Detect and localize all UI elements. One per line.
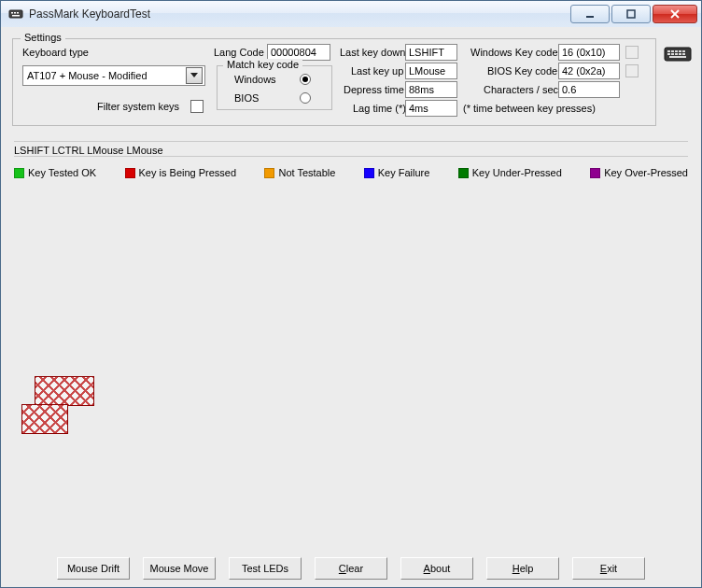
svg-rect-0 bbox=[9, 10, 22, 18]
titlebar: PassMark KeyboardTest bbox=[1, 1, 701, 28]
win-keycode-indicator bbox=[625, 46, 639, 59]
lag-time-label: Lag time (*) bbox=[353, 103, 406, 114]
last-key-up-label: Last key up bbox=[351, 65, 403, 77]
last-key-up-field: LMouse bbox=[405, 63, 457, 79]
match-bios-radio[interactable] bbox=[300, 92, 311, 104]
match-key-code-legend: Match key code bbox=[223, 59, 302, 70]
maximize-button[interactable] bbox=[611, 5, 651, 23]
divider bbox=[14, 141, 688, 142]
cps-label: Characters / sec bbox=[484, 84, 558, 95]
legend-being-pressed: Key is Being Pressed bbox=[125, 167, 237, 178]
clear-button[interactable]: Clear bbox=[315, 557, 387, 580]
swatch bbox=[264, 168, 274, 178]
chevron-down-icon bbox=[186, 67, 203, 84]
svg-rect-1 bbox=[11, 12, 13, 14]
pressed-key-lshift bbox=[35, 376, 94, 406]
client-area: Settings Keyboard type AT107 + Mouse - M… bbox=[1, 27, 701, 587]
filter-system-keys-checkbox[interactable] bbox=[190, 100, 204, 113]
match-key-code-group: Match key code Windows BIOS bbox=[217, 65, 332, 110]
win-keycode-label: Windows Key code bbox=[470, 47, 558, 58]
key-history: LSHIFT LCTRL LMouse LMouse bbox=[14, 145, 163, 156]
keyboard-type-value: AT107 + Mouse - Modified bbox=[27, 70, 147, 81]
app-window: PassMark KeyboardTest Settings Keyboard … bbox=[0, 0, 702, 588]
window-title: PassMark KeyboardTest bbox=[29, 7, 570, 21]
match-bios-label: BIOS bbox=[234, 92, 259, 104]
last-key-down-label: Last key down bbox=[340, 47, 405, 58]
keyboard-type-label: Keyboard type bbox=[22, 47, 89, 58]
bios-keycode-field: 42 (0x2a) bbox=[558, 63, 620, 79]
mouse-move-button[interactable]: Mouse Move bbox=[143, 557, 216, 580]
win-keycode-field: 16 (0x10) bbox=[558, 44, 620, 61]
test-leds-button[interactable]: Test LEDs bbox=[229, 557, 302, 580]
svg-rect-12 bbox=[671, 50, 674, 52]
svg-rect-11 bbox=[667, 50, 670, 52]
svg-rect-17 bbox=[671, 53, 674, 55]
svg-rect-2 bbox=[14, 12, 16, 14]
legend-failure: Key Failure bbox=[364, 167, 430, 178]
svg-rect-21 bbox=[669, 56, 686, 58]
exit-button[interactable]: Exit bbox=[572, 557, 645, 580]
svg-marker-9 bbox=[190, 73, 198, 77]
svg-rect-14 bbox=[679, 50, 681, 52]
filter-system-keys-label: Filter system keys bbox=[97, 101, 179, 112]
legend-not-testable: Not Testable bbox=[264, 167, 335, 178]
svg-rect-20 bbox=[682, 53, 685, 55]
divider bbox=[14, 156, 688, 157]
svg-rect-15 bbox=[682, 50, 685, 52]
depress-time-field: 88ms bbox=[405, 81, 457, 98]
depress-time-label: Depress time bbox=[344, 84, 404, 95]
settings-group: Settings Keyboard type AT107 + Mouse - M… bbox=[12, 38, 656, 126]
keyboard-icon[interactable] bbox=[664, 42, 692, 64]
swatch bbox=[590, 168, 600, 178]
svg-rect-19 bbox=[679, 53, 681, 55]
app-icon bbox=[8, 7, 23, 21]
close-button[interactable] bbox=[653, 5, 697, 23]
swatch bbox=[14, 168, 24, 178]
cps-field: 0.6 bbox=[558, 81, 620, 98]
swatch bbox=[458, 168, 469, 178]
pressed-key-lctrl bbox=[21, 404, 68, 434]
svg-rect-4 bbox=[12, 15, 20, 17]
svg-rect-3 bbox=[17, 12, 19, 14]
key-legend-row: Key Tested OK Key is Being Pressed Not T… bbox=[14, 165, 688, 180]
window-buttons bbox=[570, 5, 697, 23]
legend-under-pressed: Key Under-Pressed bbox=[458, 167, 562, 178]
help-button[interactable]: Help bbox=[486, 557, 559, 580]
mouse-drift-button[interactable]: Mouse Drift bbox=[57, 557, 130, 580]
match-windows-radio[interactable] bbox=[300, 74, 311, 85]
keyboard-type-combo[interactable]: AT107 + Mouse - Modified bbox=[22, 65, 205, 86]
lag-time-note: (* time between key presses) bbox=[463, 103, 596, 114]
legend-over-pressed: Key Over-Pressed bbox=[590, 167, 688, 178]
bios-keycode-indicator bbox=[625, 64, 639, 77]
legend-tested-ok: Key Tested OK bbox=[14, 167, 96, 178]
bios-keycode-label: BIOS Key code bbox=[487, 65, 557, 77]
svg-rect-18 bbox=[675, 53, 678, 55]
swatch bbox=[125, 168, 135, 178]
bottom-button-row: Mouse Drift Mouse Move Test LEDs Clear A… bbox=[1, 557, 701, 580]
last-key-down-field: LSHIFT bbox=[405, 44, 457, 61]
svg-rect-16 bbox=[667, 53, 670, 55]
keyboard-canvas bbox=[14, 186, 688, 544]
lang-code-label: Lang Code bbox=[214, 47, 264, 58]
svg-rect-5 bbox=[586, 16, 594, 18]
swatch bbox=[364, 168, 374, 178]
lag-time-field: 4ms bbox=[405, 100, 457, 117]
about-button[interactable]: About bbox=[400, 557, 473, 580]
settings-legend: Settings bbox=[21, 32, 65, 43]
match-windows-label: Windows bbox=[234, 74, 276, 85]
minimize-button[interactable] bbox=[570, 5, 610, 23]
svg-rect-13 bbox=[675, 50, 678, 52]
svg-rect-6 bbox=[627, 10, 635, 18]
